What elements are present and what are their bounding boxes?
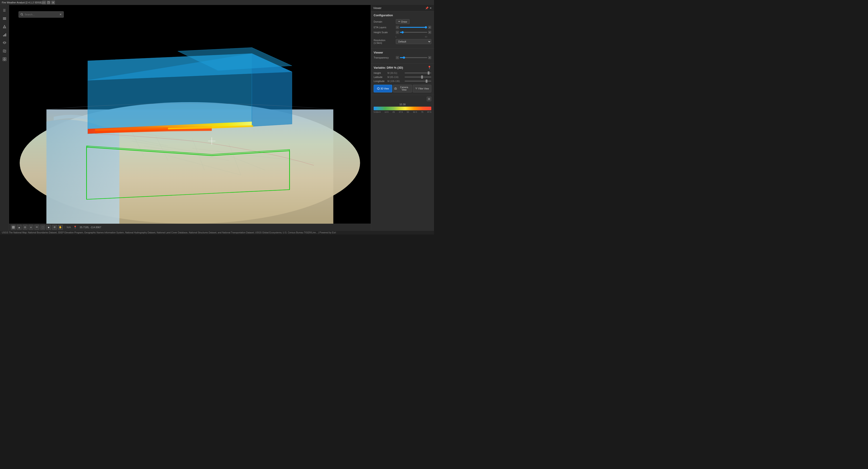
longitude-range-thumb[interactable] xyxy=(426,79,428,83)
svg-rect-32 xyxy=(12,228,13,228)
sidebar-item-stack[interactable] xyxy=(1,39,8,46)
transparency-thumb[interactable] xyxy=(403,57,405,59)
app-title: Fire Weather Analyst [2.4.1.2 SDGE] xyxy=(2,1,42,4)
variable-section: Variable: DRH % (3D) 📍 Height M (30-51) … xyxy=(371,64,434,95)
height-range-track[interactable] xyxy=(405,72,431,73)
arrow-button[interactable]: ▲ xyxy=(17,225,22,230)
transparency-row: Transparency − + xyxy=(374,56,431,59)
fullscreen-button[interactable] xyxy=(11,225,16,230)
colorbar xyxy=(374,107,431,110)
sidebar-item-grid[interactable] xyxy=(1,56,8,63)
height-scale-min: 1 xyxy=(395,36,397,38)
eta-layers-track[interactable] xyxy=(400,27,427,28)
height-scale-track[interactable] xyxy=(400,32,427,33)
height-scale-range: 1 50 xyxy=(374,36,431,39)
latitude-range-row: Latitude M (65-116) xyxy=(374,76,431,78)
panel-close-button[interactable]: ✕ xyxy=(430,6,432,10)
3d-view-button[interactable]: 3D View xyxy=(374,85,392,92)
draw-button[interactable]: ✏ Draw xyxy=(396,19,410,24)
edit-button[interactable]: ✏ xyxy=(34,225,39,230)
configuration-section: Configuration Domain ✏ Draw ETA Layers − xyxy=(371,11,434,48)
target-button[interactable]: ◎ xyxy=(23,225,28,230)
svg-point-36 xyxy=(395,88,396,89)
square-button[interactable]: ■ xyxy=(46,225,51,230)
height-scale-slider: − + xyxy=(396,31,431,34)
svg-rect-9 xyxy=(5,58,6,59)
colorbar-section: ⊞ 10.38 5.02e-9 12.5 25 37.5 50 62.5 75 … xyxy=(371,95,434,115)
latitude-range-thumb[interactable] xyxy=(421,75,423,79)
panel-header-buttons: 📌 ✕ xyxy=(425,6,432,10)
no-button[interactable]: ⊘ xyxy=(52,225,57,230)
viewer-section: Viewer Transparency − + xyxy=(371,48,434,64)
svg-point-12 xyxy=(21,13,23,15)
panel-pin-button[interactable]: 📌 xyxy=(425,6,429,10)
minimize-button[interactable]: — xyxy=(42,1,46,4)
map-area[interactable]: ✕ xyxy=(9,5,371,230)
longitude-range-track[interactable] xyxy=(405,81,431,81)
titlebar: Fire Weather Analyst [2.4.1.2 SDGE] — ❐ … xyxy=(0,0,434,5)
sidebar-item-layers[interactable] xyxy=(1,15,8,22)
viewer-title: Viewer xyxy=(374,51,431,54)
eta-layers-decrease-button[interactable]: − xyxy=(396,26,399,29)
titlebar-controls: — ❐ ✕ xyxy=(42,1,55,4)
variable-title: Variable: DRH % (3D) xyxy=(374,66,403,69)
height-scale-increase-button[interactable]: + xyxy=(428,31,431,34)
svg-rect-0 xyxy=(3,18,6,18)
pan-button[interactable]: ✋ xyxy=(58,225,63,230)
view-buttons: 3D View Camera View Fi xyxy=(374,85,431,92)
transparency-track[interactable] xyxy=(400,57,427,58)
bottom-toolbar: ▲ ◎ ≡ ✏ ⬚ ■ ⊘ ✋ N/A 📍 35.7195, -114.8967 xyxy=(9,224,371,230)
camera-view-label: Camera View xyxy=(398,86,411,91)
sidebar-item-map[interactable] xyxy=(1,47,8,55)
close-button[interactable]: ✕ xyxy=(51,1,55,4)
svg-line-13 xyxy=(23,15,23,16)
height-scale-thumb[interactable] xyxy=(401,31,404,33)
frame-button[interactable]: ⬚ xyxy=(40,225,45,230)
svg-rect-5 xyxy=(5,33,6,36)
status-text: USGS The National Map: National Boundari… xyxy=(2,231,336,234)
eta-layers-label: ETA Layers xyxy=(374,26,394,29)
location-icon: 📍 xyxy=(73,226,77,229)
sidebar-item-menu[interactable]: ☰ xyxy=(1,7,8,14)
svg-rect-4 xyxy=(4,34,5,36)
restore-button[interactable]: ❐ xyxy=(47,1,51,4)
filter-view-button[interactable]: Filter View xyxy=(413,85,431,92)
height-range-label: Height xyxy=(374,72,386,74)
search-area: ✕ xyxy=(19,11,64,18)
cb-label-6: 75 xyxy=(421,111,423,113)
height-scale-decrease-button[interactable]: − xyxy=(396,31,399,34)
colorbar-value: 10.38 xyxy=(374,103,431,106)
filter-view-icon xyxy=(415,87,418,90)
cb-label-7: 87.5 xyxy=(427,111,431,113)
transparency-decrease-button[interactable]: − xyxy=(396,56,399,59)
height-scale-label: Height Scale xyxy=(374,31,394,34)
list-button[interactable]: ≡ xyxy=(29,225,33,230)
na-label: N/A xyxy=(65,226,72,229)
panel-header: Viewer 📌 ✕ xyxy=(371,5,434,11)
sidebar-item-paint[interactable] xyxy=(1,23,8,30)
draw-label: Draw xyxy=(401,20,407,23)
ruler-button[interactable]: ⊞ xyxy=(427,97,431,101)
latitude-range-value: M (65-116) xyxy=(388,76,403,78)
search-input[interactable] xyxy=(25,13,58,16)
resolution-select[interactable]: Default 0.5km 1.5km 3km xyxy=(396,39,431,44)
height-range-row: Height M (30-51) xyxy=(374,72,431,74)
search-clear-button[interactable]: ✕ xyxy=(59,13,62,16)
eta-layers-increase-button[interactable]: + xyxy=(428,26,431,29)
camera-view-button[interactable]: Camera View xyxy=(393,85,412,92)
latitude-range-track[interactable] xyxy=(405,76,431,77)
3d-view-icon xyxy=(377,87,380,90)
height-range-thumb[interactable] xyxy=(428,71,430,74)
longitude-range-value: M (106-136) xyxy=(388,80,403,82)
longitude-range-row: Longitude M (106-136) xyxy=(374,80,431,82)
transparency-increase-button[interactable]: + xyxy=(428,56,431,59)
svg-rect-33 xyxy=(13,228,14,228)
camera-view-icon xyxy=(394,87,397,90)
eta-layers-thumb[interactable] xyxy=(425,26,427,29)
search-icon xyxy=(21,13,23,16)
colorbar-labels: 5.02e-9 12.5 25 37.5 50 62.5 75 87.5 xyxy=(374,111,431,113)
variable-location-button[interactable]: 📍 xyxy=(428,66,431,69)
right-panel: Viewer 📌 ✕ Configuration Domain ✏ Draw E… xyxy=(371,5,434,230)
longitude-range-label: Longitude xyxy=(374,80,386,82)
sidebar-item-chart[interactable] xyxy=(1,31,8,38)
